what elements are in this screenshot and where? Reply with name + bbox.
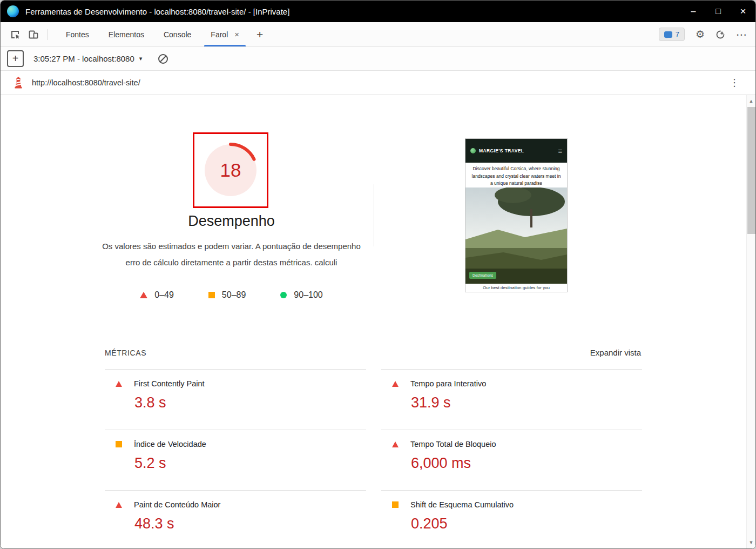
performance-score-gauge[interactable]: 18 (201, 141, 260, 199)
maximize-button[interactable]: □ (706, 1, 731, 22)
fail-triangle-icon (140, 292, 147, 298)
metrics-section-title: MÉTRICAS (105, 349, 146, 357)
chevron-down-icon[interactable]: ▾ (139, 55, 143, 62)
vertical-scrollbar[interactable]: ▲ ▼ (746, 95, 755, 548)
disclaimer-line-2: erro de cálculo diretamente a partir des… (84, 255, 379, 271)
metric-label: Tempo para Interativo (410, 379, 486, 388)
lighthouse-session-bar: + 3:05:27 PM - localhost:8080 ▾ (1, 47, 755, 71)
devtools-window: Ferramentas de Desenvolvimento - localho… (0, 0, 756, 549)
more-options-icon[interactable]: ⋯ (736, 29, 747, 40)
metrics-header-row: MÉTRICAS Expandir vista (105, 348, 641, 357)
pass-circle-icon (280, 292, 287, 298)
scroll-down-icon[interactable]: ▼ (747, 538, 755, 547)
report-menu-kebab-icon[interactable]: ⋮ (730, 77, 739, 89)
average-square-icon (392, 501, 399, 508)
metric-value: 3.8 s (134, 394, 366, 411)
section-divider (374, 184, 374, 246)
devtools-toolbar: Fontes Elementos Console Farol × + 7 ⚙ ⋯ (1, 22, 755, 47)
average-square-icon (208, 292, 215, 298)
settings-gear-icon[interactable]: ⚙ (696, 29, 705, 39)
score-legend: 0–49 50–89 90–100 (84, 290, 379, 300)
lighthouse-icon (14, 77, 23, 89)
metrics-grid: First Contently Paint 3.8 s Tempo para I… (105, 369, 642, 548)
score-annotation-box: 18 (193, 132, 268, 208)
site-tagline: Discover beautiful Corsica, where stunni… (465, 163, 567, 188)
performance-summary: Desempenho Os valores são estimados e po… (84, 213, 379, 300)
minimize-button[interactable]: – (681, 1, 706, 22)
title-bar: Ferramentas de Desenvolvimento - localho… (1, 1, 755, 22)
thumbnail-site-header: MARGIE'S TRAVEL ≡ (465, 139, 567, 163)
tab-elementos[interactable]: Elementos (99, 22, 154, 46)
issues-counter-button[interactable]: 7 (659, 28, 685, 41)
issues-bubble-icon (664, 31, 672, 38)
copilot-icon (716, 30, 725, 39)
hamburger-icon: ≡ (558, 147, 562, 155)
legend-pass-range: 90–100 (294, 290, 322, 300)
window-title: Ferramentas de Desenvolvimento - localho… (25, 7, 289, 16)
site-brand: MARGIE'S TRAVEL (479, 148, 524, 153)
legend-fail-range: 0–49 (154, 290, 174, 300)
device-toolbar-icon (28, 29, 39, 40)
legend-fail: 0–49 (140, 290, 174, 300)
metric-speed-index: Índice de Velocidade 5.2 s (105, 430, 366, 490)
legend-pass: 90–100 (280, 290, 322, 300)
fail-triangle-icon (392, 441, 399, 447)
site-hero-image: Destinations (465, 188, 567, 284)
tab-farol-label: Farol (211, 30, 228, 39)
legend-average-range: 50–89 (222, 290, 246, 300)
report-content: 18 Desempenho Os valores são estimados e… (1, 95, 755, 548)
thumbnail-footer-text: Our best destination guides for you (465, 284, 567, 292)
page-screenshot-thumbnail: MARGIE'S TRAVEL ≡ Discover beautiful Cor… (465, 138, 568, 292)
destinations-button: Destinations (469, 272, 496, 279)
performance-score-value: 18 (201, 141, 260, 199)
tab-fontes[interactable]: Fontes (56, 22, 99, 46)
report-url: http://localhost:8080/travel-site/ (32, 78, 140, 87)
metric-label: Shift de Esquema Cumulativo (410, 500, 514, 509)
devtools-tabs: Fontes Elementos Console Farol × + (56, 22, 271, 46)
toolbar-right: 7 ⚙ ⋯ (659, 28, 747, 41)
fail-triangle-icon (116, 381, 122, 387)
metric-first-contentful-paint: First Contently Paint 3.8 s (105, 369, 366, 430)
device-toolbar-button[interactable] (24, 25, 43, 44)
metric-label: Tempo Total de Bloqueio (410, 440, 496, 448)
issues-count: 7 (676, 30, 679, 38)
session-selector[interactable]: 3:05:27 PM - localhost:8080 (33, 54, 134, 63)
scroll-up-icon[interactable]: ▲ (747, 96, 755, 106)
metric-label: Índice de Velocidade (134, 440, 206, 448)
metric-value: 5.2 s (134, 455, 366, 472)
edge-logo-icon (7, 5, 19, 17)
metric-label: First Contently Paint (134, 379, 205, 388)
expand-view-link[interactable]: Expandir vista (590, 348, 641, 357)
tab-farol[interactable]: Farol × (201, 22, 249, 46)
average-square-icon (116, 441, 122, 447)
new-report-button[interactable]: + (7, 50, 24, 67)
report-url-bar: http://localhost:8080/travel-site/ ⋮ (1, 71, 755, 95)
more-tools-button[interactable]: + (249, 28, 271, 41)
metric-value: 0.205 (411, 515, 642, 532)
tab-close-icon[interactable]: × (234, 30, 239, 39)
metric-time-to-interactive: Tempo para Interativo 31.9 s (381, 369, 642, 430)
score-disclaimer: Os valores são estimados e podem variar.… (84, 238, 379, 271)
metric-cumulative-layout-shift: Shift de Esquema Cumulativo 0.205 (381, 490, 642, 548)
inspect-icon (10, 29, 21, 40)
site-logo-icon (470, 148, 476, 153)
clear-reports-button[interactable] (158, 54, 168, 64)
metric-label: Paint de Conteúdo Maior (134, 500, 220, 509)
category-title: Desempenho (84, 213, 379, 230)
metric-total-blocking-time: Tempo Total de Bloqueio 6,000 ms (381, 430, 642, 490)
toolbar-divider (47, 29, 48, 40)
metric-value: 48.3 s (134, 515, 366, 532)
inspect-element-button[interactable] (6, 25, 24, 44)
close-button[interactable]: × (731, 1, 755, 22)
scrollbar-thumb[interactable] (747, 107, 755, 234)
window-controls: – □ × (681, 1, 755, 22)
metric-largest-contentful-paint: Paint de Conteúdo Maior 48.3 s (105, 490, 366, 548)
disclaimer-line-1: Os valores são estimados e podem variar.… (84, 238, 379, 255)
copilot-button[interactable] (716, 30, 725, 39)
fail-triangle-icon (116, 502, 122, 508)
tab-console[interactable]: Console (154, 22, 201, 46)
fail-triangle-icon (392, 381, 399, 387)
metric-value: 6,000 ms (411, 455, 642, 472)
legend-average: 50–89 (208, 290, 246, 300)
metric-value: 31.9 s (411, 394, 642, 411)
